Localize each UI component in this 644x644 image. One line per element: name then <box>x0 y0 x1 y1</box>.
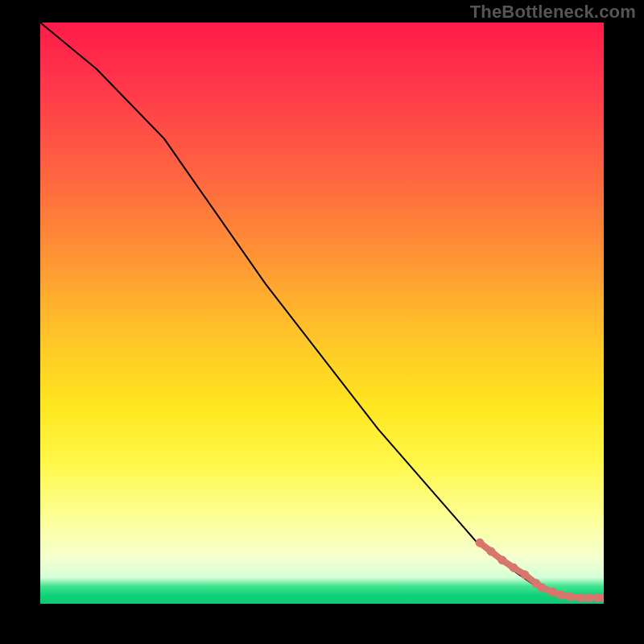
curve-group <box>40 23 604 598</box>
watermark-text: TheBottleneck.com <box>470 2 636 23</box>
bottleneck-curve <box>40 23 604 598</box>
plot-overlay <box>40 23 604 604</box>
marker-group <box>476 539 604 602</box>
chart-frame: TheBottleneck.com <box>0 0 644 644</box>
plot-area <box>40 23 604 604</box>
